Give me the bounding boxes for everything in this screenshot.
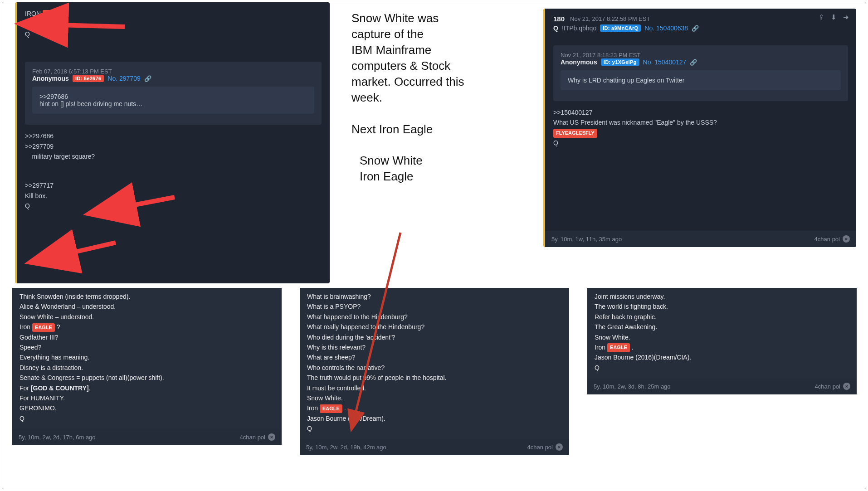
text: . bbox=[65, 10, 69, 17]
author: Anonymous bbox=[32, 75, 69, 82]
text: Snow White. bbox=[595, 332, 849, 342]
post-number: 180 bbox=[553, 15, 565, 23]
text: What are sheep? bbox=[307, 352, 562, 362]
text: IRON bbox=[25, 10, 43, 17]
source-label: 4chan pol× bbox=[815, 383, 850, 390]
poster-id-pill[interactable]: ID: 6e2676 bbox=[73, 75, 104, 82]
post-no-link[interactable]: No. 297709 bbox=[107, 75, 140, 82]
share-icon[interactable]: ⇪ bbox=[819, 13, 824, 21]
link-icon[interactable]: 🔗 bbox=[690, 59, 697, 66]
post-no-link[interactable]: No. 150400638 bbox=[644, 24, 688, 32]
text: Alice & Wonderland – understood. bbox=[20, 301, 274, 311]
reply-block: >>297717 Kill box. Q bbox=[25, 180, 322, 211]
annot-line: week. bbox=[351, 90, 530, 106]
text: Speed? bbox=[20, 342, 274, 352]
annot-line: Snow White was bbox=[351, 10, 530, 26]
text: Snow White. bbox=[307, 393, 562, 403]
author: Anonymous bbox=[561, 58, 597, 66]
text: Jason Bourne (2016)(Dream/CIA). bbox=[595, 352, 849, 362]
post-ref[interactable]: >>297709 bbox=[25, 141, 322, 151]
reply-block: >>297686 >>297709 military target square… bbox=[25, 131, 322, 161]
quoted-post: Nov 21, 2017 8:18:23 PM EST Anonymous ID… bbox=[553, 45, 848, 101]
relative-age: 5y, 10m, 2w, 2d, 19h, 42m ago bbox=[306, 444, 386, 451]
close-icon[interactable]: × bbox=[268, 433, 275, 441]
signature: Q bbox=[20, 413, 274, 423]
signature: Q bbox=[553, 138, 848, 148]
text: Who controls the narrative? bbox=[307, 363, 562, 373]
card-footer: 5y, 10m, 2w, 2d, 17h, 6m ago 4chan pol× bbox=[12, 429, 282, 445]
text: ? bbox=[55, 323, 60, 331]
nested-quote: Why is LRD chatting up Eagles on Twitter bbox=[561, 70, 841, 90]
text: Think Snowden (inside terms dropped). bbox=[20, 292, 274, 301]
post-ref[interactable]: >>297686 bbox=[39, 93, 307, 100]
goto-icon[interactable]: ➜ bbox=[843, 13, 849, 21]
text: For bbox=[20, 384, 31, 392]
quote-body: hint on [] pls! been driving me nuts… bbox=[39, 100, 307, 107]
text: Iron bbox=[307, 404, 320, 412]
spacer bbox=[351, 137, 530, 153]
text: For HUMANITY. bbox=[20, 393, 274, 403]
post-card-right: ⇪ ⬇ ➜ 180 Nov 21, 2017 8:22:58 PM EST Q … bbox=[543, 9, 856, 247]
text: Snow White – understood. bbox=[20, 312, 274, 322]
relative-age: 5y, 10m, 2w, 2d, 17h, 6m ago bbox=[19, 434, 96, 441]
annot-line: Iron Eagle bbox=[351, 169, 530, 185]
text: Who died during the 'accident'? bbox=[307, 332, 562, 342]
text: GERONIMO. bbox=[20, 403, 274, 413]
post-card-col-b: What is brainwashing? What is a PSYOP? W… bbox=[300, 288, 569, 455]
signature: Q bbox=[307, 423, 562, 433]
relative-age: 5y, 10m, 2w, 3d, 8h, 25m ago bbox=[594, 383, 671, 390]
post-ref[interactable]: >>297717 bbox=[25, 180, 322, 190]
text: The world is fighting back. bbox=[595, 301, 849, 311]
post-ref[interactable]: >>150400127 bbox=[553, 107, 848, 117]
eagle-tag: EAGLE bbox=[43, 10, 65, 19]
text: The Great Awakening. bbox=[595, 322, 849, 332]
text: Iron bbox=[20, 323, 32, 331]
nested-quote: >>297686 hint on [] pls! been driving me… bbox=[32, 87, 314, 114]
text: military target square? bbox=[25, 151, 322, 161]
close-icon[interactable]: × bbox=[843, 383, 850, 390]
post-ref[interactable]: >>297686 bbox=[25, 131, 322, 141]
timestamp: Feb 07, 2018 6:57:13 PM EST bbox=[32, 68, 314, 75]
author-q: Q bbox=[553, 24, 558, 32]
flyeaglesfly-tag: FLYEAGLESFLY bbox=[553, 129, 597, 138]
poster-id-pill[interactable]: ID: a9MnCArQ bbox=[600, 24, 641, 32]
annot-line: IBM Mainframe bbox=[351, 42, 530, 58]
text: It must be controlled. bbox=[307, 383, 562, 393]
close-icon[interactable]: × bbox=[556, 443, 563, 451]
download-icon[interactable]: ⬇ bbox=[831, 13, 837, 21]
eagle-tag: EAGLE bbox=[32, 323, 55, 332]
poster-id-pill[interactable]: ID: y1XGelPg bbox=[601, 58, 639, 66]
text: Everything has meaning. bbox=[20, 352, 274, 362]
canvas: IRON EAGLE . [] Q Feb 07, 2018 6:57:13 P… bbox=[2, 2, 866, 489]
annot-line: Next Iron Eagle bbox=[351, 122, 530, 137]
text: What US President was nicknamed "Eagle" … bbox=[553, 117, 848, 127]
text: What is brainwashing? bbox=[307, 292, 562, 301]
eagle-tag: EAGLE bbox=[320, 404, 342, 413]
link-icon[interactable]: 🔗 bbox=[692, 25, 699, 32]
text: What really happened to the Hindenburg? bbox=[307, 322, 562, 332]
text: Senate & Congress = puppets (not all)(po… bbox=[20, 373, 274, 383]
card-footer: 5y, 10m, 2w, 3d, 8h, 25m ago 4chan pol× bbox=[587, 378, 857, 394]
link-icon[interactable]: 🔗 bbox=[144, 75, 151, 82]
timestamp: Nov 21, 2017 8:18:23 PM EST bbox=[561, 52, 841, 58]
killbox-line: Kill box. bbox=[25, 191, 322, 201]
post-card-col-a: Think Snowden (inside terms dropped). Al… bbox=[12, 288, 282, 445]
annotation-text-box: Snow White was capture of the IBM Mainfr… bbox=[341, 2, 540, 286]
eagle-tag: EAGLE bbox=[607, 343, 630, 352]
text: What happened to the Hindenburg? bbox=[307, 312, 562, 322]
close-icon[interactable]: × bbox=[843, 235, 850, 243]
card-action-icons: ⇪ ⬇ ➜ bbox=[819, 13, 849, 21]
post-body: What is brainwashing? What is a PSYOP? W… bbox=[300, 288, 569, 439]
card-footer: 5y, 10m, 2w, 2d, 19h, 42m ago 4chan pol× bbox=[300, 439, 569, 455]
spacer bbox=[351, 106, 530, 122]
post-no-link[interactable]: No. 150400127 bbox=[643, 58, 687, 66]
tripcode: !ITPb.qbhqo bbox=[562, 24, 596, 32]
annot-line: computers & Stock bbox=[351, 58, 530, 74]
timestamp: Nov 21, 2017 8:22:58 PM EST bbox=[570, 15, 650, 22]
source-label: 4chan pol× bbox=[527, 443, 563, 451]
bold-text: [GOD & COUNTRY] bbox=[31, 384, 89, 392]
reply-block: >>150400127 What US President was nickna… bbox=[553, 107, 848, 148]
quote-body: Why is LRD chatting up Eagles on Twitter bbox=[568, 77, 834, 84]
text: Godfather III? bbox=[20, 332, 274, 342]
card-footer: 5y, 10m, 1w, 11h, 35m ago 4chan pol× bbox=[545, 231, 856, 247]
